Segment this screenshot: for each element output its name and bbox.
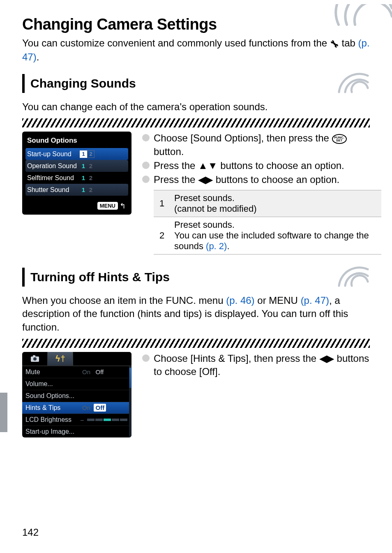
step-2: Press the ▲▼ buttons to choose an option… <box>142 159 370 172</box>
step-hints-text: Choose [Hints & Tips], then press the ◀▶… <box>154 353 369 377</box>
menu-row-startup: Start-up Image... <box>22 426 131 437</box>
page-number: 142 <box>22 527 39 538</box>
lcd-row-startup: Start-up Sound 12 <box>25 148 128 160</box>
opt-1: 1 <box>80 150 87 158</box>
step-1: Choose [Sound Options], then press the F… <box>142 132 370 158</box>
section-heading-hints: Turning off Hints & Tips <box>22 268 337 287</box>
lcd-row-selftimer: Selftimer Sound 12 <box>25 172 128 184</box>
tab-camera <box>22 352 48 366</box>
intro-pre: You can customize convenient and commonl… <box>22 37 330 49</box>
menu-row-brightness: LCD Brightness –+ <box>22 414 131 426</box>
mute-off: Off <box>94 368 105 376</box>
t1a: Preset sounds. <box>174 193 235 203</box>
scrollbar <box>129 366 131 437</box>
t2a: Preset sounds. <box>174 220 235 230</box>
page-title: Changing Camera Settings <box>22 16 370 36</box>
intro-post: tab <box>339 37 358 49</box>
section1-body: You can change each of the camera's oper… <box>22 100 370 113</box>
lcd-row-shutter: Shutter Sound 12 <box>25 184 128 196</box>
menu-row-mute: Mute On Off <box>22 366 131 378</box>
corner-decoration-h2a <box>337 72 370 95</box>
brightness-slider: –+ <box>81 416 131 423</box>
lcd-row-label: Shutter Sound <box>27 186 80 194</box>
menu-label: Volume... <box>25 380 81 388</box>
lcd-row-label: Selftimer Sound <box>27 174 80 182</box>
step2-text: Press the ▲▼ buttons to choose an option… <box>154 160 344 171</box>
section2-body: When you choose an item in the FUNC. men… <box>22 294 370 334</box>
mute-on: On <box>81 368 92 376</box>
step-3: Press the ◀▶ buttons to choose an option… <box>142 173 370 186</box>
intro-dot: . <box>37 51 39 62</box>
options-table: 1 Preset sounds. (cannot be modified) 2 … <box>154 190 381 255</box>
lcd-menu-footer: MENU↰ <box>25 196 128 211</box>
lcd-row-label: Operation Sound <box>27 162 80 170</box>
lcd-row-label: Start-up Sound <box>27 150 80 158</box>
intro-text: You can customize convenient and commonl… <box>22 37 370 63</box>
tools-icon: 🔧︎ <box>330 39 339 51</box>
menu-label: Mute <box>25 368 81 376</box>
lcd-sound-options: Sound Options Start-up Sound 12 Operatio… <box>22 132 131 215</box>
opt-2: 2 <box>87 186 95 194</box>
table-num-1: 1 <box>154 190 170 217</box>
opt-2: 2 <box>87 162 95 170</box>
corner-decoration-h2b <box>337 266 370 288</box>
menu-label: LCD Brightness <box>25 416 81 423</box>
svg-rect-2 <box>33 355 35 357</box>
menu-row-hints: Hints & Tips On Off <box>22 402 131 414</box>
lcd-title: Sound Options <box>25 136 128 148</box>
svg-point-3 <box>33 357 37 361</box>
s2b-link2[interactable]: (p. 47) <box>301 295 329 306</box>
step3-text: Press the ◀▶ buttons to choose an option… <box>154 174 339 185</box>
step-list-1: Choose [Sound Options], then press the F… <box>142 132 370 187</box>
step-hints: Choose [Hints & Tips], then press the ◀▶… <box>142 352 370 379</box>
menu-label: Start-up Image... <box>25 428 81 435</box>
stripe-divider-2 <box>22 339 370 348</box>
table-row: 1 Preset sounds. (cannot be modified) <box>154 190 381 217</box>
func-set-button-icon: FUNC.SET <box>332 134 347 144</box>
table-row: 2 Preset sounds. You can use the include… <box>154 217 381 254</box>
table-desc-2: Preset sounds. You can use the included … <box>170 217 381 254</box>
corner-decoration-top <box>326 0 392 29</box>
menu-row-volume: Volume... <box>22 378 131 390</box>
side-tab-marker <box>0 393 7 432</box>
hints-off: Off <box>94 404 106 412</box>
tools-tab-icon: ϟ† <box>55 354 65 363</box>
menu-row-soundopt: Sound Options... <box>22 390 131 402</box>
menu-chip: MENU <box>97 202 118 210</box>
s2b-a: When you choose an item in the FUNC. men… <box>22 295 226 306</box>
s2b-link1[interactable]: (p. 46) <box>226 295 254 306</box>
t2b-link[interactable]: (p. 2) <box>206 241 227 251</box>
opt-1: 1 <box>80 186 87 194</box>
opt-2: 2 <box>87 174 95 182</box>
s2b-b: or MENU <box>255 295 301 306</box>
t2b-pre: You can use the included software to cha… <box>174 230 369 251</box>
lcd-row-operation: Operation Sound 12 <box>25 160 128 172</box>
svg-rect-0 <box>326 0 392 4</box>
menu-label: Hints & Tips <box>25 404 81 412</box>
step1-text-a: Choose [Sound Options], then press the <box>154 132 332 143</box>
menu-label: Sound Options... <box>25 392 81 400</box>
hints-on: On <box>81 404 92 412</box>
opt-1: 1 <box>80 162 87 170</box>
table-desc-1: Preset sounds. (cannot be modified) <box>170 190 381 217</box>
tab-bar: ϟ† <box>22 352 131 366</box>
t1b: (cannot be modified) <box>174 204 257 214</box>
lcd-setup-menu: ϟ† Mute On Off Volume... Sound Options..… <box>22 352 131 437</box>
opt-1: 1 <box>80 174 87 182</box>
step-list-2: Choose [Hints & Tips], then press the ◀▶… <box>142 352 370 379</box>
camera-icon <box>30 355 39 362</box>
stripe-divider <box>22 118 370 127</box>
step1-text-b: button. <box>154 146 184 157</box>
section-heading-sounds: Changing Sounds <box>22 74 337 93</box>
return-icon: ↰ <box>120 202 126 210</box>
opt-2: 2 <box>87 150 95 158</box>
t2b-dot: . <box>227 241 229 251</box>
table-num-2: 2 <box>154 217 170 254</box>
scrollbar-thumb <box>129 368 131 388</box>
tab-tools: ϟ† <box>48 352 73 366</box>
